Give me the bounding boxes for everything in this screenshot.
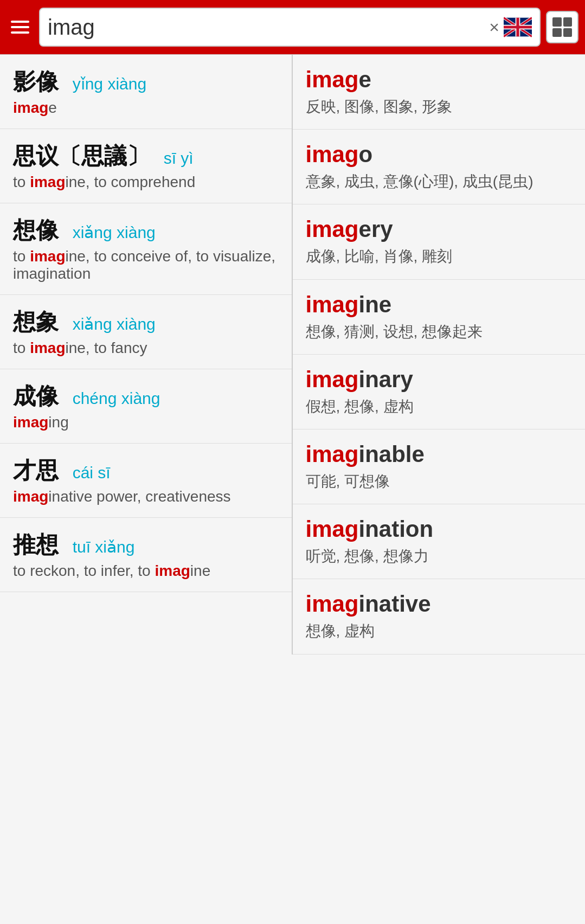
list-item[interactable]: imagine 想像, 猜测, 设想, 想像起来 <box>293 280 586 355</box>
word-highlight: imag <box>306 292 359 317</box>
entry-word: imaginable <box>306 441 573 467</box>
entry-definition: 成像, 比喻, 肖像, 雕刻 <box>306 246 573 267</box>
list-item[interactable]: imaginary 假想, 想像, 虚构 <box>293 355 586 429</box>
pinyin: tuī xiǎng <box>73 538 135 556</box>
search-bar: × <box>39 8 541 47</box>
menu-line-2 <box>11 26 29 28</box>
list-item[interactable]: imagery 成像, 比喻, 肖像, 雕刻 <box>293 204 586 279</box>
entry-definition: 假想, 想像, 虚构 <box>306 396 573 417</box>
english-translation: image <box>13 99 279 117</box>
word-highlight: imag <box>306 142 359 167</box>
clear-button[interactable]: × <box>485 17 504 37</box>
grid-cell-4 <box>563 28 573 37</box>
word-highlight: imag <box>306 367 359 392</box>
list-item[interactable]: 推想 tuī xiǎng to reckon, to infer, to ima… <box>0 518 292 592</box>
search-input[interactable] <box>48 15 485 40</box>
english-translation: to imagine, to conceive of, to visualize… <box>13 248 279 283</box>
chinese-word: 影像 yǐng xiàng <box>13 67 279 97</box>
entry-word: image <box>306 67 573 93</box>
chinese-word: 想像 xiǎng xiàng <box>13 215 279 246</box>
list-item[interactable]: 影像 yǐng xiàng image <box>0 55 292 129</box>
word-highlight: imag <box>306 441 359 467</box>
entry-word: imaginary <box>306 367 573 393</box>
pinyin: chéng xiàng <box>73 389 160 407</box>
list-item[interactable]: 想象 xiǎng xiàng to imagine, to fancy <box>0 295 292 369</box>
entry-definition: 想像, 猜测, 设想, 想像起来 <box>306 321 573 342</box>
entry-definition: 听觉, 想像, 想像力 <box>306 546 573 567</box>
english-translation: imaging <box>13 414 279 431</box>
chinese-word: 思议〔思議〕 sī yì <box>13 141 279 171</box>
grid-cell-3 <box>552 28 562 37</box>
pinyin: sī yì <box>164 149 194 167</box>
list-item[interactable]: imago 意象, 成虫, 意像(心理), 成虫(昆虫) <box>293 130 586 204</box>
chinese-word: 成像 chéng xiàng <box>13 381 279 412</box>
entry-word: imaginative <box>306 591 573 617</box>
word-highlight: imag <box>306 67 359 92</box>
menu-line-1 <box>11 21 29 23</box>
english-translation: to reckon, to infer, to imagine <box>13 562 279 580</box>
list-item[interactable]: imaginative 想像, 虚构 <box>293 579 586 654</box>
entry-definition: 意象, 成虫, 意像(心理), 成虫(昆虫) <box>306 171 573 192</box>
english-translation: to imagine, to comprehend <box>13 174 279 191</box>
entry-word: imagery <box>306 216 573 242</box>
entry-definition: 反映, 图像, 图象, 形象 <box>306 96 573 117</box>
pinyin: cái sī <box>73 464 111 482</box>
clear-icon: × <box>489 17 499 37</box>
pinyin: yǐng xiàng <box>73 75 146 93</box>
left-column: 影像 yǐng xiàng image 思议〔思議〕 sī yì to imag… <box>0 55 293 655</box>
grid-icon <box>552 17 572 37</box>
grid-view-button[interactable] <box>546 11 578 43</box>
grid-cell-2 <box>563 17 573 27</box>
flag-icon[interactable] <box>504 17 532 37</box>
entry-word: imagine <box>306 292 573 318</box>
chinese-word: 推想 tuī xiǎng <box>13 530 279 560</box>
list-item[interactable]: imagination 听觉, 想像, 想像力 <box>293 504 586 579</box>
menu-button[interactable] <box>7 16 34 38</box>
entry-definition: 想像, 虚构 <box>306 620 573 641</box>
word-highlight: imag <box>306 216 359 242</box>
header: × <box>0 0 585 54</box>
list-item[interactable]: image 反映, 图像, 图象, 形象 <box>293 55 586 130</box>
list-item[interactable]: 才思 cái sī imaginative power, creativenes… <box>0 444 292 518</box>
word-highlight: imag <box>306 591 359 617</box>
entry-definition: 可能, 可想像 <box>306 471 573 492</box>
word-highlight: imag <box>306 516 359 542</box>
list-item[interactable]: imaginable 可能, 可想像 <box>293 429 586 504</box>
chinese-word: 想象 xiǎng xiàng <box>13 307 279 337</box>
chinese-word: 才思 cái sī <box>13 455 279 486</box>
english-translation: imaginative power, creativeness <box>13 488 279 505</box>
english-translation: to imagine, to fancy <box>13 339 279 357</box>
right-column: image 反映, 图像, 图象, 形象 imago 意象, 成虫, 意像(心理… <box>293 55 586 655</box>
entry-word: imagination <box>306 516 573 542</box>
results-grid: 影像 yǐng xiàng image 思议〔思議〕 sī yì to imag… <box>0 54 585 655</box>
pinyin: xiǎng xiàng <box>73 223 156 241</box>
list-item[interactable]: 思议〔思議〕 sī yì to imagine, to comprehend <box>0 129 292 203</box>
list-item[interactable]: 想像 xiǎng xiàng to imagine, to conceive o… <box>0 203 292 295</box>
pinyin: xiǎng xiàng <box>73 315 156 333</box>
grid-cell-1 <box>552 17 562 27</box>
menu-line-3 <box>11 31 29 34</box>
entry-word: imago <box>306 142 573 168</box>
list-item[interactable]: 成像 chéng xiàng imaging <box>0 369 292 444</box>
